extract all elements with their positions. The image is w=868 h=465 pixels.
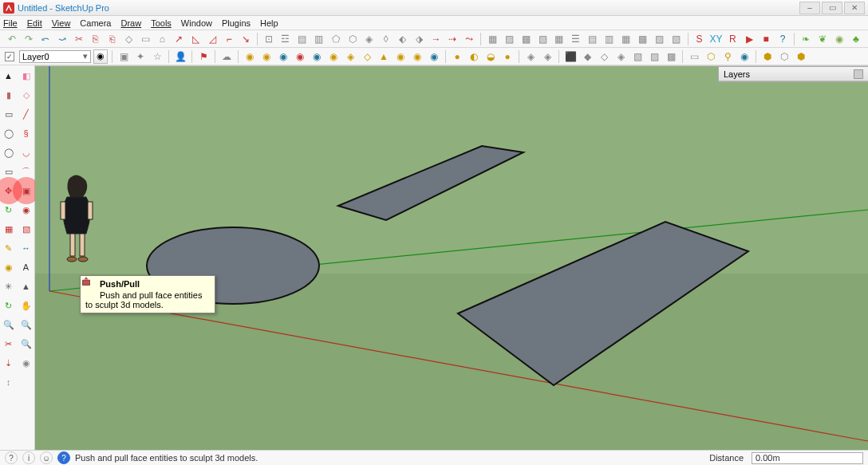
rectangle-tool[interactable]: ▭: [2, 107, 16, 121]
copy-icon[interactable]: ⎘: [89, 32, 103, 46]
tool-b[interactable]: ▭: [139, 32, 153, 46]
menu-draw[interactable]: Draw: [120, 18, 141, 28]
section-tool[interactable]: ↕: [2, 375, 16, 389]
globe10-icon[interactable]: ◉: [393, 49, 408, 64]
rock-icon[interactable]: ◉: [832, 32, 846, 46]
rotate-tool[interactable]: ↻: [2, 203, 16, 217]
pan-tool[interactable]: ✋: [19, 298, 34, 313]
tool-c[interactable]: ⌂: [155, 32, 169, 46]
globe5-icon[interactable]: ◉: [310, 49, 324, 64]
cube3-icon[interactable]: ⬢: [794, 49, 808, 64]
tool-ab[interactable]: ▤: [586, 32, 600, 46]
tool-u[interactable]: ⤳: [462, 32, 476, 46]
globe4-icon[interactable]: ◉: [293, 49, 307, 64]
map4-icon[interactable]: ◉: [737, 49, 752, 64]
tool-ae[interactable]: ▩: [636, 32, 650, 46]
layer2-icon[interactable]: ◈: [540, 49, 554, 64]
menu-help[interactable]: Help: [260, 18, 278, 28]
paste-icon[interactable]: ⎗: [105, 32, 120, 46]
status-help-icon[interactable]: ?: [5, 451, 18, 464]
tool-t[interactable]: ⇢: [445, 32, 460, 46]
select-tool[interactable]: ▲: [2, 69, 16, 83]
circle-tool[interactable]: ◯: [2, 126, 16, 140]
globe6-icon[interactable]: ◉: [326, 49, 341, 64]
tool-m[interactable]: ⬠: [329, 32, 343, 46]
tool-o[interactable]: ◈: [362, 32, 377, 46]
paint2-icon[interactable]: ◆: [580, 49, 594, 64]
paint-bucket-tool[interactable]: ▮: [2, 88, 16, 102]
leaf-icon[interactable]: ❧: [799, 32, 813, 46]
tool-e[interactable]: ◺: [188, 32, 203, 46]
viewport-3d[interactable]: Layers Push/Pull Push and pull face enti…: [35, 65, 868, 450]
paint3-icon[interactable]: ◇: [597, 49, 611, 64]
globe12-icon[interactable]: ◉: [427, 49, 441, 64]
menu-camera[interactable]: Camera: [80, 18, 111, 28]
person-icon[interactable]: 👤: [173, 49, 187, 64]
globe7-icon[interactable]: ◈: [343, 49, 357, 64]
layer-visible-checkbox[interactable]: ✓: [5, 52, 14, 61]
map3-icon[interactable]: ⚲: [720, 49, 735, 64]
sphere4-icon[interactable]: ●: [500, 49, 515, 64]
layer-manager-button[interactable]: ◉: [93, 49, 108, 64]
maximize-button[interactable]: ▭: [822, 2, 842, 14]
orbit-tool[interactable]: ↻: [2, 298, 16, 313]
polygon-tool[interactable]: ◯: [2, 145, 16, 160]
freehand-tool[interactable]: §: [19, 126, 34, 140]
close-button[interactable]: ✕: [844, 2, 865, 14]
tool-a[interactable]: ◇: [122, 32, 136, 46]
tape-tool[interactable]: ✎: [2, 241, 16, 255]
status-geo-icon[interactable]: ?: [57, 451, 70, 464]
tool-k[interactable]: ▤: [295, 32, 310, 46]
tool-w[interactable]: ▨: [502, 32, 516, 46]
open-icon[interactable]: ↷: [22, 32, 36, 46]
pushpull-tool[interactable]: ▣: [19, 183, 34, 198]
tool-i[interactable]: ⊡: [262, 32, 276, 46]
minimize-button[interactable]: –: [799, 2, 820, 14]
stop-icon[interactable]: ■: [759, 32, 773, 46]
look-tool[interactable]: ◉: [19, 356, 34, 370]
tool-ac[interactable]: ▥: [602, 32, 617, 46]
status-info-icon[interactable]: i: [22, 451, 35, 464]
arc-tool[interactable]: ◡: [19, 145, 34, 160]
layer1-icon[interactable]: ◈: [523, 49, 538, 64]
offset2-tool[interactable]: ▧: [19, 222, 34, 236]
skin-icon[interactable]: S: [692, 32, 707, 46]
tool-y[interactable]: ▧: [535, 32, 550, 46]
zoomext-tool[interactable]: ✂: [2, 337, 16, 351]
tool-ad[interactable]: ▦: [619, 32, 633, 46]
tool-q[interactable]: ⬖: [396, 32, 410, 46]
cube2-icon[interactable]: ⬡: [777, 49, 791, 64]
map2-icon[interactable]: ⬡: [704, 49, 718, 64]
layers-panel[interactable]: Layers: [718, 66, 868, 82]
tool-g[interactable]: ⌐: [222, 32, 236, 46]
paint1-icon[interactable]: ⬛: [563, 49, 578, 64]
sphere1-icon[interactable]: ●: [450, 49, 464, 64]
comp1-icon[interactable]: ▣: [116, 49, 131, 64]
tool-l[interactable]: ▥: [312, 32, 326, 46]
tool-h[interactable]: ↘: [239, 32, 253, 46]
tool-v[interactable]: ▦: [485, 32, 499, 46]
menu-edit[interactable]: Edit: [27, 18, 42, 28]
globe3-icon[interactable]: ◉: [276, 49, 290, 64]
globe8-icon[interactable]: ◇: [360, 49, 374, 64]
walk-tool[interactable]: ⇣: [2, 356, 16, 370]
menu-file[interactable]: File: [3, 18, 18, 28]
menu-tools[interactable]: Tools: [151, 18, 172, 28]
help-icon[interactable]: ?: [775, 32, 790, 46]
sphere2-icon[interactable]: ◐: [467, 49, 481, 64]
dimension-tool[interactable]: ↔: [19, 241, 34, 255]
zoomwin-tool[interactable]: 🔍: [19, 317, 34, 332]
followme-tool[interactable]: ◉: [19, 203, 34, 217]
tool-ag[interactable]: ▧: [669, 32, 684, 46]
paint4-icon[interactable]: ◈: [614, 49, 628, 64]
undo-icon[interactable]: ⤺: [38, 32, 53, 46]
menu-view[interactable]: View: [52, 18, 71, 28]
tool-af[interactable]: ▨: [653, 32, 667, 46]
grass-icon[interactable]: ❦: [815, 32, 830, 46]
tag-icon[interactable]: ⚑: [196, 49, 211, 64]
tool-x[interactable]: ▩: [519, 32, 533, 46]
cut-icon[interactable]: ✂: [72, 32, 86, 46]
axes-tool[interactable]: ✳: [2, 279, 16, 294]
redo-icon[interactable]: ⤻: [55, 32, 69, 46]
new-icon[interactable]: ↶: [5, 32, 19, 46]
